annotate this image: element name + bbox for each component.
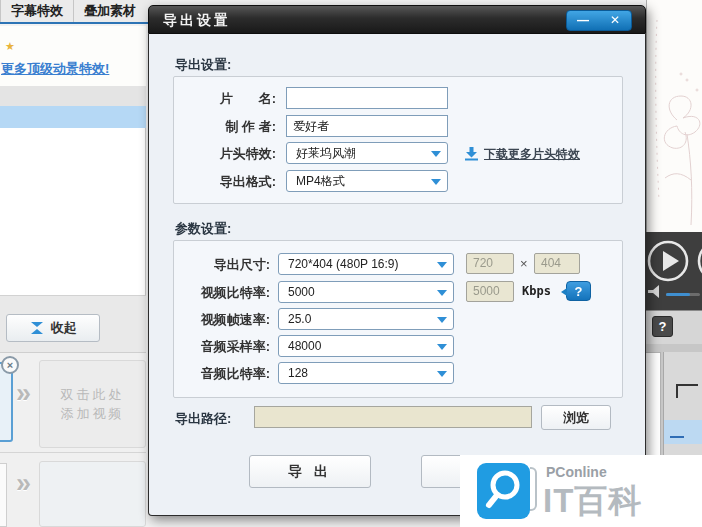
tab-overlay-material[interactable]: 叠加素材: [73, 0, 146, 22]
frame-rate-value: 25.0: [288, 312, 311, 326]
watermark-panel: PConline IT百科: [460, 455, 702, 527]
timeline-clip-thumbnail[interactable]: [0, 362, 13, 442]
bitrate-unit: Kbps: [522, 284, 551, 298]
link-underline-fragment: [670, 436, 684, 438]
intro-effect-label: 片头特效:: [174, 145, 276, 163]
close-button[interactable]: ✕: [599, 11, 631, 30]
export-size-label: 导出尺寸:: [174, 256, 270, 274]
effects-list-body: [0, 128, 146, 295]
params-section-heading: 参数设置:: [175, 220, 231, 238]
magnifier-logo-icon: [477, 463, 530, 519]
creator-input[interactable]: [286, 115, 448, 137]
list-item-fragment: [676, 384, 698, 398]
preview-flower-sketch: [647, 0, 702, 232]
add-video-dropzone[interactable]: 双击此处 添加视频: [39, 360, 146, 448]
volume-slider-fill: [666, 293, 690, 296]
chevron-right-icon: »: [16, 468, 31, 499]
intro-effect-value: 好莱坞风潮: [296, 146, 356, 160]
audio-bitrate-value: 128: [288, 366, 308, 380]
export-size-select[interactable]: 720*404 (480P 16:9): [278, 253, 454, 275]
page-fold-decoration: [530, 467, 537, 511]
more-effects-link[interactable]: 更多顶级动景特效!: [1, 60, 109, 78]
dialog-body: 导出设置: 片 名: 制 作 者: 片头特效: 好莱坞风潮: [148, 34, 646, 516]
minimize-button[interactable]: —: [567, 11, 599, 30]
download-icon: [464, 146, 479, 161]
params-settings-group: 导出尺寸: 720*404 (480P 16:9) 720 × 404 视频比特…: [173, 240, 623, 398]
export-button[interactable]: 导 出: [249, 455, 371, 488]
watermark-title: IT百科: [543, 479, 642, 524]
chevron-right-icon: »: [16, 378, 31, 409]
chevron-down-icon: [437, 371, 447, 377]
add-video-text-line2: 添加视频: [61, 404, 125, 423]
multiply-sign: ×: [520, 256, 528, 271]
chevron-down-icon: [431, 151, 441, 157]
export-format-select[interactable]: MP4格式: [286, 170, 448, 192]
dialog-title: 导出设置: [163, 6, 231, 34]
watermark-brand: PConline: [546, 464, 607, 480]
film-name-input[interactable]: [286, 87, 448, 109]
intro-effect-select[interactable]: 好莱坞风潮: [286, 142, 448, 164]
add-video-dropzone-2[interactable]: [39, 461, 146, 527]
star-icon: ★: [5, 40, 15, 53]
timeline-divider: [0, 452, 146, 453]
sample-rate-select[interactable]: 48000: [278, 335, 454, 357]
size-height-field: 404: [534, 253, 580, 274]
chevron-down-icon: [437, 317, 447, 323]
chevron-down-icon: [437, 290, 447, 296]
collapse-icon: [30, 321, 44, 335]
add-video-text-line1: 双击此处: [61, 385, 125, 404]
export-format-value: MP4格式: [296, 174, 345, 188]
video-bitrate-select[interactable]: 5000: [278, 281, 454, 303]
export-section-heading: 导出设置:: [175, 56, 231, 74]
dialog-title-bar[interactable]: 导出设置 — ✕: [148, 5, 646, 34]
export-size-value: 720*404 (480P 16:9): [288, 257, 399, 271]
player-controls-bar: [646, 232, 702, 310]
video-bitrate-label: 视频比特率:: [174, 284, 270, 302]
collapse-button[interactable]: 收起: [6, 314, 100, 342]
bitrate-help-button[interactable]: ?: [566, 281, 591, 301]
chevron-down-icon: [431, 179, 441, 185]
video-bitrate-value: 5000: [288, 285, 315, 299]
video-preview-area: [646, 0, 702, 232]
chevron-down-icon: [437, 262, 447, 268]
window-controls: — ✕: [566, 10, 632, 31]
browse-button[interactable]: 浏览: [541, 405, 611, 430]
tab-subtitle-effects[interactable]: 字幕特效: [0, 0, 73, 22]
size-width-field: 720: [466, 253, 514, 274]
bitrate-locked-field: 5000: [466, 281, 514, 302]
effects-list-panel: ★ 更多顶级动景特效!: [0, 26, 146, 86]
volume-icon[interactable]: [648, 285, 659, 298]
film-name-label: 片 名:: [174, 90, 276, 108]
play-button-icon[interactable]: [649, 242, 687, 280]
sample-rate-value: 48000: [288, 339, 321, 353]
creator-label: 制 作 者:: [174, 118, 276, 136]
audio-bitrate-select[interactable]: 128: [278, 362, 454, 384]
export-format-label: 导出格式:: [174, 173, 276, 191]
export-path-input[interactable]: [254, 406, 532, 428]
effects-list-selected-row[interactable]: [0, 106, 146, 128]
export-settings-dialog: 导出设置 — ✕ 导出设置: 片 名: 制 作 者: 片头特效:: [148, 5, 646, 516]
export-path-label: 导出路径:: [175, 410, 231, 428]
download-more-intro-effects-link[interactable]: 下载更多片头特效: [484, 146, 580, 163]
effects-list-row[interactable]: [0, 86, 146, 106]
app-window: 字幕特效 叠加素材 ★ 更多顶级动景特效! 收起 × » 双击此处 添加视频 »: [0, 0, 702, 527]
timeline-clip-thumbnail-2[interactable]: [0, 463, 7, 527]
sample-rate-label: 音频采样率:: [174, 338, 270, 356]
remove-clip-icon[interactable]: ×: [1, 356, 19, 374]
effects-tab-bar: 字幕特效 叠加素材: [0, 0, 160, 24]
export-settings-group: 片 名: 制 作 者: 片头特效: 好莱坞风潮: [173, 76, 623, 204]
help-button[interactable]: ?: [652, 316, 673, 337]
chevron-down-icon: [437, 344, 447, 350]
list-selected-row-fragment[interactable]: [664, 420, 702, 444]
collapse-label: 收起: [51, 319, 77, 337]
audio-bitrate-label: 音频比特率:: [174, 365, 270, 383]
frame-rate-select[interactable]: 25.0: [278, 308, 454, 330]
frame-rate-label: 视频帧速率:: [174, 311, 270, 329]
